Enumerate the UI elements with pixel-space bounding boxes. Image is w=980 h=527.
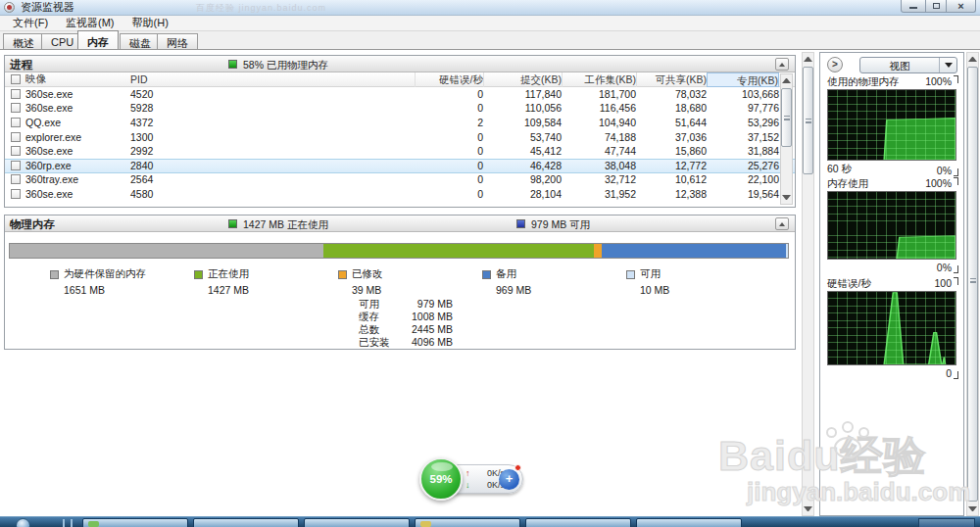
download-arrow-icon: ↓	[466, 480, 470, 490]
column-header-pid[interactable]: PID	[130, 73, 177, 85]
row-checkbox[interactable]	[11, 89, 21, 99]
column-header-private[interactable]: 专用(KB)	[707, 72, 779, 87]
menu-item-help[interactable]: 帮助(H)	[123, 16, 177, 30]
add-button[interactable]: +	[499, 469, 519, 490]
tab-bar: 概述 CPU 内存 磁盘 网络	[0, 31, 980, 50]
in-use-status: 1427 MB 正在使用	[243, 218, 328, 232]
graphs-scrollbar[interactable]	[966, 52, 979, 516]
select-all-checkbox[interactable]	[11, 74, 21, 84]
system-tray[interactable]	[918, 518, 975, 527]
titlebar-watermark: 百度经验 jingyan.baidu.com	[196, 2, 326, 15]
menu-item-file[interactable]: 文件(F)	[4, 16, 57, 30]
window-title: 资源监视器	[21, 0, 74, 15]
memory-composition-bar	[9, 243, 789, 259]
processes-panel: 进程 58% 已用物理内存 映像 PID 硬错误/秒 提交(KB) 工作集(KB…	[4, 55, 796, 208]
physical-memory-panel-header: 物理内存 1427 MB 正在使用 979 MB 可用	[5, 216, 795, 232]
memory-stat-row: 可用979 MB	[359, 298, 453, 311]
expand-panel-button[interactable]: >	[827, 57, 843, 72]
table-row[interactable]: 360rp.exe 2840 0 46,428 38,048 12,772 25…	[5, 159, 795, 173]
column-header-commit[interactable]: 提交(KB)	[483, 72, 562, 87]
table-header: 映像 PID 硬错误/秒 提交(KB) 工作集(KB) 可共享(KB) 专用(K…	[5, 72, 795, 87]
legend-color-icon	[482, 270, 491, 279]
available-indicator-icon	[516, 219, 525, 228]
legend-item: 为硬件保留的内存 1651 MB	[50, 267, 194, 296]
view-dropdown-button[interactable]: 视图	[859, 57, 957, 73]
table-row[interactable]: 360tray.exe 2564 0 98,200 32,712 10,612 …	[5, 173, 795, 188]
hard-faults-graph	[827, 291, 956, 365]
page-scrollbar-thumb[interactable]	[803, 67, 813, 174]
column-header-working-set[interactable]: 工作集(KB)	[562, 72, 636, 87]
legend-color-icon	[50, 270, 59, 279]
table-scrollbar[interactable]	[780, 73, 793, 205]
processes-title: 进程	[10, 58, 32, 72]
close-button[interactable]: ×	[947, 0, 976, 13]
column-header-hard-faults[interactable]: 硬错误/秒	[415, 72, 483, 87]
commit-charge-graph	[827, 191, 956, 260]
table-row[interactable]: 360se.exe 4580 0 28,104 31,952 12,388 19…	[5, 187, 795, 202]
memory-ball-widget[interactable]: 59%	[419, 457, 463, 501]
scroll-up-icon[interactable]	[782, 78, 791, 83]
row-checkbox[interactable]	[11, 161, 21, 170]
graphs-scrollbar-thumb[interactable]	[967, 67, 978, 502]
in-use-indicator-icon	[228, 219, 237, 228]
legend-item: 已修改 39 MB	[338, 267, 482, 296]
graph3-axis: 0	[827, 367, 958, 379]
memory-bar-segment	[602, 244, 785, 258]
page-scrollbar[interactable]	[802, 52, 814, 516]
scroll-up-icon[interactable]	[968, 57, 977, 62]
column-header-shareable[interactable]: 可共享(KB)	[636, 72, 707, 87]
graph2-axis: 0%	[827, 262, 958, 273]
row-checkbox[interactable]	[11, 118, 21, 127]
graph2-labels: 内存使用 100%	[827, 177, 958, 191]
legend-item: 备用 969 MB	[482, 267, 626, 296]
scroll-up-icon[interactable]	[804, 57, 812, 62]
processes-collapse-button[interactable]	[775, 58, 789, 71]
tab-network[interactable]: 网络	[157, 33, 198, 49]
taskbar-grip	[63, 519, 73, 527]
restore-button[interactable]	[926, 0, 947, 13]
memory-stat-row: 总数2445 MB	[359, 323, 453, 336]
table-row[interactable]: 360se.exe 5928 0 110,056 116,456 18,680 …	[5, 102, 795, 117]
taskbar-button[interactable]	[636, 518, 742, 527]
graph1-labels: 使用的物理内存 100%	[827, 75, 958, 89]
start-button[interactable]	[16, 518, 30, 527]
scroll-down-icon[interactable]	[968, 506, 977, 511]
table-row[interactable]: 360se.exe 2992 0 45,412 47,744 15,860 31…	[5, 144, 795, 159]
memory-stats: 可用979 MB 缓存1008 MB 总数2445 MB 已安装4096 MB	[359, 298, 453, 349]
memory-bar-segment	[323, 244, 594, 258]
app-icon	[4, 2, 15, 13]
minimize-button[interactable]	[901, 0, 926, 13]
row-checkbox[interactable]	[11, 132, 21, 142]
table-row[interactable]: 360se.exe 4520 0 117,840 181,700 78,032 …	[5, 87, 795, 102]
legend-color-icon	[194, 270, 203, 279]
table-row[interactable]: QQ.exe 4372 2 109,584 104,940 51,644 53,…	[5, 116, 795, 130]
tab-disk[interactable]: 磁盘	[120, 33, 161, 49]
scroll-down-icon[interactable]	[782, 195, 791, 200]
table-scrollbar-thumb[interactable]	[781, 88, 792, 147]
menu-item-monitor[interactable]: 监视器(M)	[57, 16, 123, 30]
taskbar-button[interactable]	[304, 518, 410, 527]
table-body: 360se.exe 4520 0 117,840 181,700 78,032 …	[5, 87, 795, 202]
scroll-down-icon[interactable]	[804, 506, 812, 511]
window-titlebar: 资源监视器 百度经验 jingyan.baidu.com ×	[0, 0, 980, 16]
taskbar-button[interactable]	[415, 518, 520, 527]
tab-overview[interactable]: 概述	[3, 33, 44, 49]
chevron-down-icon[interactable]	[939, 58, 956, 72]
memory-bar-segment	[594, 244, 602, 258]
taskbar-button[interactable]	[525, 518, 631, 527]
taskbar-button[interactable]	[82, 518, 188, 527]
graph1-axis: 60 秒 0%	[827, 163, 958, 176]
physical-memory-title: 物理内存	[10, 217, 55, 232]
legend-item: 正在使用 1427 MB	[194, 267, 338, 296]
row-checkbox[interactable]	[11, 146, 21, 156]
legend-item: 可用 10 MB	[626, 267, 770, 296]
row-checkbox[interactable]	[11, 103, 21, 113]
upload-arrow-icon: ↑	[466, 468, 470, 478]
physical-memory-collapse-button[interactable]	[775, 217, 789, 230]
row-checkbox[interactable]	[11, 174, 21, 184]
tab-memory[interactable]: 内存	[77, 30, 119, 49]
taskbar-button[interactable]	[193, 518, 299, 527]
table-row[interactable]: explorer.exe 1300 0 53,740 74,188 37,036…	[5, 130, 795, 145]
column-header-image[interactable]: 映像	[11, 72, 130, 86]
row-checkbox[interactable]	[11, 189, 21, 199]
